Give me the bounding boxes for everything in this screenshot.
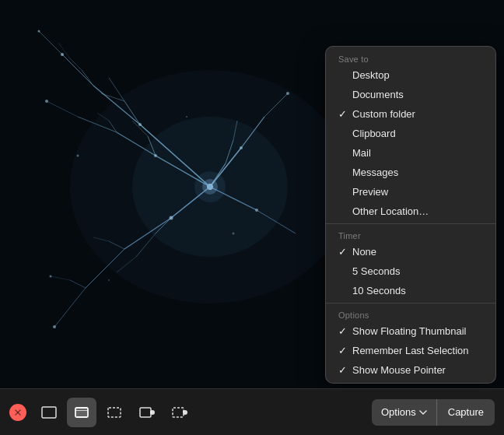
- selection-capture-button[interactable]: [100, 398, 129, 427]
- menu-item-clipboard[interactable]: Clipboard: [326, 124, 495, 143]
- checkmark-mouse-pointer: ✓: [338, 364, 351, 376]
- screen-record-button[interactable]: [132, 398, 162, 427]
- svg-point-46: [53, 325, 56, 328]
- save-to-section: Save to Desktop Documents ✓ Custom folde…: [326, 50, 495, 221]
- svg-point-65: [150, 410, 155, 415]
- options-section: Options ✓ Show Floating Thumbnail ✓ Reme…: [326, 306, 495, 380]
- messages-label: Messages: [352, 167, 483, 178]
- toolbar-right: Options Capture: [372, 399, 495, 426]
- svg-point-48: [286, 92, 289, 95]
- menu-item-5-seconds[interactable]: 5 Seconds: [326, 261, 495, 281]
- documents-label: Documents: [352, 89, 483, 100]
- svg-point-47: [50, 275, 52, 278]
- save-to-label: Save to: [326, 50, 495, 65]
- 5-seconds-label: 5 Seconds: [352, 265, 483, 277]
- capture-button[interactable]: Capture: [436, 399, 495, 426]
- svg-point-52: [240, 146, 243, 149]
- menu-item-desktop[interactable]: Desktop: [326, 65, 495, 85]
- menu-item-none[interactable]: ✓ None: [326, 242, 495, 261]
- timer-label: Timer: [326, 226, 495, 242]
- checkmark-other-location: [338, 205, 351, 217]
- clipboard-label: Clipboard: [352, 128, 483, 139]
- checkmark-10-seconds: [338, 285, 351, 296]
- svg-point-56: [233, 233, 235, 235]
- checkmark-none: ✓: [338, 246, 351, 258]
- other-location-label: Other Location…: [352, 205, 483, 217]
- none-label: None: [352, 246, 483, 258]
- svg-rect-61: [75, 408, 88, 417]
- close-icon: [14, 409, 22, 416]
- checkmark-documents: [338, 89, 351, 100]
- options-button-label: Options: [381, 406, 416, 418]
- checkmark-messages: [338, 167, 351, 178]
- svg-point-51: [138, 123, 142, 126]
- desktop-label: Desktop: [352, 69, 483, 81]
- svg-rect-66: [173, 408, 184, 417]
- toolbar: Options Capture: [0, 388, 504, 435]
- menu-item-show-mouse-pointer[interactable]: ✓ Show Mouse Pointer: [326, 360, 495, 380]
- svg-point-43: [61, 53, 64, 56]
- menu-item-10-seconds[interactable]: 10 Seconds: [326, 281, 495, 300]
- options-button[interactable]: Options: [372, 399, 436, 426]
- separator-1: [326, 223, 495, 224]
- menu-item-mail[interactable]: Mail: [326, 143, 495, 163]
- preview-label: Preview: [352, 186, 483, 198]
- svg-rect-63: [108, 408, 121, 417]
- checkmark-remember-selection: ✓: [338, 345, 351, 356]
- menu-item-remember-last-selection[interactable]: ✓ Remember Last Selection: [326, 341, 495, 360]
- close-button[interactable]: [9, 404, 26, 421]
- menu-item-custom-folder[interactable]: ✓ Custom folder: [326, 104, 495, 124]
- svg-point-53: [255, 209, 258, 212]
- svg-rect-64: [140, 408, 151, 417]
- chevron-down-icon: [419, 410, 427, 415]
- svg-point-44: [38, 30, 40, 33]
- window-capture-icon: [72, 403, 91, 422]
- selection-record-icon: [170, 403, 189, 422]
- mail-label: Mail: [352, 147, 483, 159]
- screen-record-icon: [138, 403, 156, 422]
- menu-item-other-location[interactable]: Other Location…: [326, 202, 495, 221]
- selection-capture-icon: [105, 403, 124, 422]
- mouse-pointer-label: Show Mouse Pointer: [352, 364, 483, 376]
- menu-item-show-floating-thumbnail[interactable]: ✓ Show Floating Thumbnail: [326, 321, 495, 341]
- menu-item-messages[interactable]: Messages: [326, 163, 495, 182]
- svg-point-67: [183, 410, 187, 415]
- separator-2: [326, 303, 495, 303]
- 10-seconds-label: 10 Seconds: [352, 285, 483, 296]
- timer-section: Timer ✓ None 5 Seconds 10 Seconds: [326, 226, 495, 300]
- svg-point-45: [45, 100, 48, 103]
- svg-point-55: [186, 116, 187, 118]
- checkmark-floating-thumbnail: ✓: [338, 325, 351, 337]
- floating-thumbnail-label: Show Floating Thumbnail: [352, 325, 483, 337]
- svg-rect-60: [42, 407, 56, 418]
- fullscreen-capture-button[interactable]: [34, 398, 64, 427]
- custom-folder-label: Custom folder: [352, 108, 483, 120]
- svg-point-50: [154, 154, 157, 157]
- checkmark-desktop: [338, 69, 351, 81]
- checkmark-preview: [338, 186, 351, 198]
- fullscreen-capture-icon: [40, 403, 58, 422]
- checkmark-custom-folder: ✓: [338, 108, 351, 120]
- checkmark-clipboard: [338, 128, 351, 139]
- toolbar-left: [9, 398, 194, 427]
- checkmark-mail: [338, 147, 351, 159]
- checkmark-5-seconds: [338, 265, 351, 277]
- options-label: Options: [326, 306, 495, 321]
- selection-record-button[interactable]: [165, 398, 194, 427]
- dropdown-menu: Save to Desktop Documents ✓ Custom folde…: [325, 46, 496, 384]
- svg-point-49: [170, 216, 173, 220]
- svg-point-54: [77, 155, 79, 157]
- menu-item-preview[interactable]: Preview: [326, 182, 495, 202]
- window-capture-button[interactable]: [67, 398, 96, 427]
- capture-button-label: Capture: [448, 406, 484, 418]
- remember-selection-label: Remember Last Selection: [352, 345, 483, 356]
- menu-item-documents[interactable]: Documents: [326, 85, 495, 104]
- svg-point-57: [108, 279, 110, 281]
